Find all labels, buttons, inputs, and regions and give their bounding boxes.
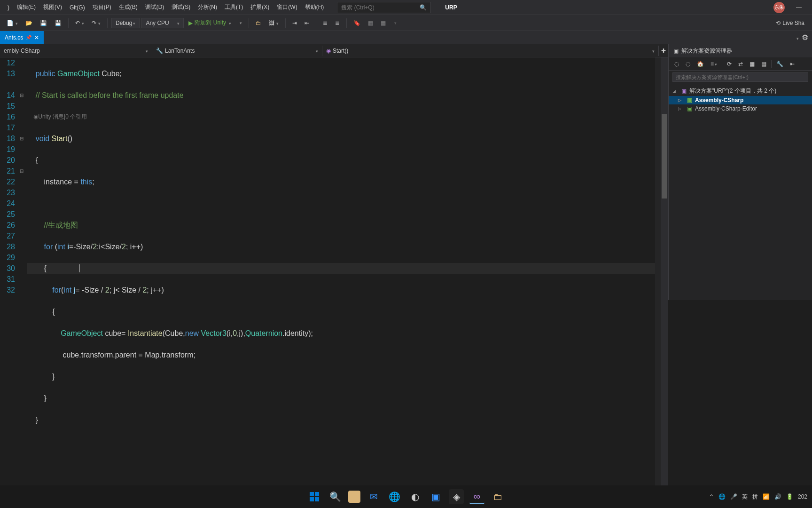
menu-tools[interactable]: 工具(T) (221, 1, 247, 13)
line-number-gutter: 1213141516171819202122232425262728293031… (0, 57, 19, 508)
forward-button[interactable]: ◌ (684, 60, 692, 68)
taskbar-edge[interactable]: 🌐 (387, 489, 402, 504)
home-button[interactable]: 🏠 (695, 60, 706, 68)
properties-button[interactable]: ▤ (759, 60, 768, 68)
taskbar-visual-studio[interactable]: ∞ (469, 489, 484, 504)
save-button[interactable]: 💾 (37, 18, 50, 28)
solution-root[interactable]: ◢▣ 解决方案"URP"(2 个项目，共 2 个) (669, 86, 812, 96)
taskbar-unity[interactable]: ◈ (449, 489, 464, 504)
tray-clock[interactable]: 202 (798, 493, 807, 500)
taskbar-app-2[interactable]: ▣ (428, 489, 443, 504)
show-all-button[interactable]: ▦ (748, 60, 757, 68)
menu-build[interactable]: 生成(B) (115, 1, 141, 13)
window-minimize-button[interactable]: — (789, 0, 808, 15)
step-button-1[interactable]: ⇥ (289, 18, 300, 28)
svg-rect-3 (315, 497, 319, 501)
sync-button[interactable]: ⇄ (736, 60, 745, 68)
menu-edit[interactable]: 编辑(E) (13, 1, 39, 13)
solution-name-label: URP (445, 4, 457, 11)
file-tab[interactable]: Ants.cs 📌 ✕ (0, 31, 44, 44)
collapse-button[interactable]: ⇤ (788, 60, 796, 68)
taskbar-mail[interactable]: ✉ (366, 489, 381, 504)
tray-volume-icon[interactable]: 🔊 (774, 493, 781, 500)
tab-settings-button[interactable]: ⚙ (802, 33, 808, 42)
redo-button[interactable]: ↷ (89, 18, 103, 28)
open-file-button[interactable]: 📂 (23, 18, 35, 28)
wrench-button[interactable]: 🔧 (774, 60, 785, 68)
config-dropdown[interactable]: Debug (111, 18, 140, 28)
uncomment-button[interactable]: ▦ (378, 18, 389, 28)
folder-button[interactable]: 🗀 (253, 18, 264, 28)
csharp-project-icon: ▣ (686, 105, 693, 112)
ime-lang-1[interactable]: 英 (742, 493, 748, 501)
project-item[interactable]: ▷▣ Assembly-CSharp (669, 96, 812, 104)
tray-mic-icon[interactable]: 🎤 (730, 493, 737, 500)
search-icon: 🔍 (420, 4, 427, 11)
panel-icon: ▣ (673, 48, 679, 54)
menu-view[interactable]: 视图(V) (39, 1, 66, 13)
fold-gutter[interactable]: ⊟ ⊟ ⊟ (19, 57, 27, 508)
menu-extensions[interactable]: 扩展(X) (247, 1, 273, 13)
method-dropdown[interactable]: ◉Start() (322, 46, 659, 56)
solution-explorer-toolbar: ◌ ◌ 🏠 ≡ ⟳ ⇄ ▦ ▤ 🔧 ⇤ (669, 57, 812, 71)
taskbar-explorer[interactable]: 🗀 (490, 489, 505, 504)
menu-debug[interactable]: 调试(D) (141, 1, 168, 13)
menu-test[interactable]: 测试(S) (168, 1, 194, 13)
refresh-button[interactable]: ⟳ (725, 60, 734, 68)
solution-tree[interactable]: ◢▣ 解决方案"URP"(2 个项目，共 2 个) ▷▣ Assembly-CS… (669, 84, 812, 115)
code-minimap[interactable] (655, 57, 661, 508)
back-button[interactable]: ◌ (672, 60, 681, 68)
menu-help[interactable]: 帮助(H) (301, 1, 328, 13)
solution-search-input[interactable] (672, 72, 808, 82)
windows-taskbar: 🔍 ✉ 🌐 ◐ ▣ ◈ ∞ 🗀 ⌃ 🌐 🎤 英 拼 📶 🔊 🔋 202 (0, 485, 812, 508)
view-dropdown[interactable]: ≡ (709, 60, 719, 68)
navigation-bar: embly-CSharp 🔧LanTonAnts ◉Start() ✚ (0, 44, 668, 57)
split-editor-button[interactable]: ✚ (659, 48, 668, 54)
start-button[interactable] (307, 489, 322, 504)
save-all-button[interactable]: 💾 (52, 18, 64, 28)
tray-wifi-icon[interactable]: 📶 (763, 493, 770, 500)
tray-icon-1[interactable]: ⌃ (709, 493, 714, 500)
vertical-scrollbar[interactable] (661, 57, 668, 508)
global-search-input[interactable] (341, 4, 416, 11)
image-button[interactable]: 🖼 (266, 18, 281, 28)
attach-unity-button[interactable]: ▶ 附加到 Unity (186, 17, 234, 29)
ime-lang-2[interactable]: 拼 (752, 493, 758, 501)
taskbar-steam[interactable]: ◐ (407, 489, 422, 504)
csharp-project-icon: ▣ (686, 97, 693, 103)
menu-partial[interactable]: ) (4, 2, 13, 13)
user-avatar[interactable]: 东朱 (773, 2, 785, 13)
platform-dropdown[interactable]: Any CPU (141, 18, 184, 28)
search-button[interactable]: 🔍 (328, 489, 343, 504)
close-tab-button[interactable]: ✕ (34, 34, 39, 41)
tray-icon-2[interactable]: 🌐 (718, 493, 726, 500)
code-editor[interactable]: 1213141516171819202122232425262728293031… (0, 57, 668, 508)
solution-explorer-title: ▣ 解决方案资源管理器 (669, 44, 812, 57)
undo-button[interactable]: ↶ (72, 18, 87, 28)
comment-button[interactable]: ▦ (365, 18, 376, 28)
assembly-dropdown[interactable]: embly-CSharp (0, 46, 152, 56)
class-dropdown[interactable]: 🔧LanTonAnts (152, 46, 322, 56)
outdent-button[interactable]: ≣ (332, 18, 343, 28)
step-button-2[interactable]: ⇤ (302, 18, 312, 28)
bookmark-button[interactable]: 🔖 (351, 18, 363, 28)
taskbar-app-1[interactable] (348, 491, 360, 503)
tab-dropdown-button[interactable] (796, 33, 799, 42)
new-item-button[interactable]: 📄 (4, 18, 21, 28)
overflow-1[interactable] (236, 19, 245, 27)
indent-button[interactable]: ≣ (320, 18, 330, 28)
overflow-2[interactable] (390, 19, 399, 27)
pin-icon[interactable]: 📌 (26, 35, 31, 40)
svg-rect-1 (315, 492, 319, 496)
global-search[interactable]: 🔍 (337, 2, 431, 13)
menu-project[interactable]: 项目(P) (89, 1, 115, 13)
code-content[interactable]: public GameObject Cube; // Start is call… (27, 57, 668, 508)
menu-analyze[interactable]: 分析(N) (194, 1, 221, 13)
live-share-button[interactable]: ⟲ Live Sha (772, 18, 808, 28)
standard-toolbar: 📄 📂 💾 💾 ↶ ↷ Debug Any CPU ▶ 附加到 Unity 🗀 … (0, 15, 812, 31)
menu-window[interactable]: 窗口(W) (273, 1, 301, 13)
menu-git[interactable]: Git(G) (66, 2, 89, 13)
project-item[interactable]: ▷▣ Assembly-CSharp-Editor (669, 104, 812, 113)
tray-battery-icon[interactable]: 🔋 (786, 493, 793, 500)
solution-explorer-panel: ▣ 解决方案资源管理器 ◌ ◌ 🏠 ≡ ⟳ ⇄ ▦ ▤ 🔧 ⇤ ◢▣ 解决方案"… (668, 44, 812, 300)
